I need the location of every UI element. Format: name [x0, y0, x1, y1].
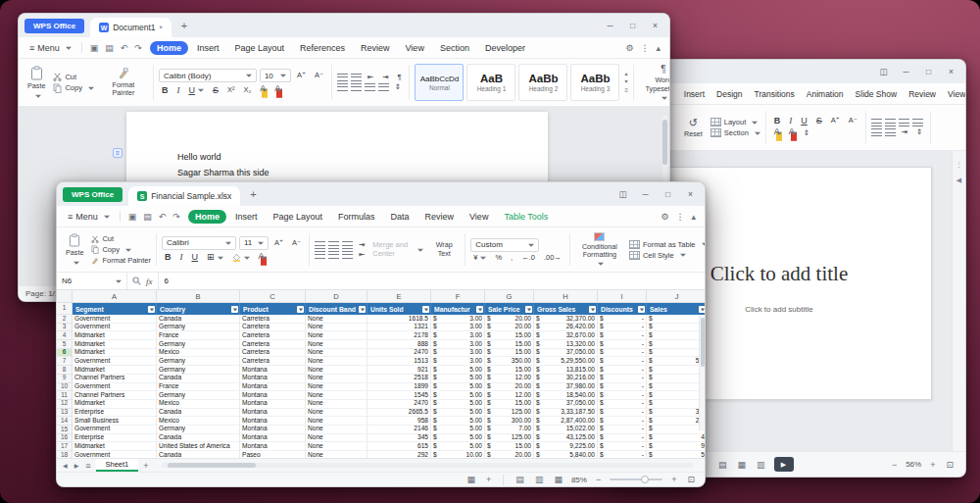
cell-G11[interactable]: $12.00 — [485, 391, 534, 400]
column-header-B[interactable]: B — [157, 290, 240, 302]
document-line[interactable]: Hello world — [177, 149, 548, 165]
cell-D4[interactable]: None — [306, 331, 368, 340]
cell-G15[interactable]: $7.00 — [485, 426, 534, 434]
font-size-select[interactable]: 11 — [239, 236, 269, 250]
cell-D7[interactable]: None — [306, 357, 368, 366]
filter-icon[interactable] — [359, 306, 366, 313]
collapse-ribbon-icon[interactable]: ▴ — [689, 212, 698, 222]
cell-C8[interactable]: Montana — [240, 366, 306, 375]
cell-E6[interactable]: 2470 — [368, 349, 431, 358]
document-line[interactable]: Sagar Sharma this side — [177, 165, 548, 180]
filter-icon[interactable] — [699, 306, 705, 313]
ribbon-tab-transitions[interactable]: Transitions — [750, 87, 800, 101]
row-header-16[interactable]: 16 — [57, 434, 73, 443]
align-middle-icon[interactable] — [328, 241, 339, 249]
decrease-indent-icon[interactable]: ⇤ — [365, 74, 376, 81]
cell-D16[interactable]: None — [306, 434, 368, 443]
style-heading-3[interactable]: AaBbHeading 3 — [570, 64, 619, 101]
ribbon-tab-section[interactable]: Section — [433, 41, 476, 55]
cell-B16[interactable]: Canada — [157, 434, 240, 443]
cell-H4[interactable]: $32,670.00 — [534, 331, 598, 340]
restore-icon[interactable]: ◫ — [875, 64, 892, 79]
cell-E12[interactable]: 2470 — [368, 400, 431, 409]
cell-I9[interactable]: $- — [598, 375, 647, 383]
cell-C13[interactable]: Montana — [240, 409, 306, 418]
cell-A8[interactable]: Midmarket — [73, 366, 157, 375]
ribbon-tab-page-layout[interactable]: Page Layout — [227, 41, 291, 55]
table-header-country[interactable]: Country — [157, 303, 240, 315]
row-header-4[interactable]: 4 — [57, 331, 73, 340]
reset-button[interactable]: ↺ Reset — [681, 108, 706, 147]
search-icon[interactable] — [132, 277, 141, 285]
cell-H12[interactable]: $37,050.00 — [534, 400, 598, 409]
select-all-corner[interactable] — [57, 290, 73, 302]
currency-format-icon[interactable]: ¥ — [470, 254, 489, 262]
ribbon-tab-view[interactable]: View — [463, 210, 495, 224]
filter-icon[interactable] — [589, 306, 596, 313]
table-header-sale-price[interactable]: Sale Price — [485, 303, 534, 315]
cell-I17[interactable]: $- — [598, 442, 647, 451]
cell-J12[interactable]: $3 — [647, 400, 705, 409]
workbook-tab[interactable]: S Financial Sample.xlsx — [128, 186, 240, 206]
cell-H9[interactable]: $30,216.00 — [534, 375, 598, 383]
cell-F9[interactable]: $5.00 — [431, 375, 485, 383]
cell-F3[interactable]: $3.00 — [431, 324, 485, 332]
ribbon-tab-review[interactable]: Review — [418, 210, 462, 224]
shrink-font-icon[interactable]: A⁻ — [846, 117, 860, 125]
cell-C7[interactable]: Carretera — [240, 357, 306, 366]
cell-E8[interactable]: 921 — [368, 366, 431, 375]
merge-center-button[interactable]: Merge and Center — [372, 241, 423, 258]
minimize-icon[interactable]: ─ — [898, 64, 914, 79]
cell-B3[interactable]: Germany — [157, 324, 240, 332]
horizontal-scrollbar[interactable] — [162, 463, 693, 468]
cell-I5[interactable]: $- — [598, 340, 647, 349]
cell-G2[interactable]: $20.00 — [485, 315, 534, 324]
new-tab-button[interactable]: + — [177, 20, 191, 31]
ribbon-tab-animation[interactable]: Animation — [802, 87, 849, 101]
column-header-H[interactable]: H — [534, 290, 598, 302]
align-left-icon[interactable] — [337, 83, 348, 91]
cell-J7[interactable]: $5,2 — [647, 357, 705, 366]
column-header-D[interactable]: D — [306, 290, 368, 302]
cell-F12[interactable]: $5.00 — [431, 400, 485, 409]
ribbon-tab-insert[interactable]: Insert — [679, 87, 710, 101]
cell-G3[interactable]: $20.00 — [485, 324, 534, 332]
cell-A10[interactable]: Government — [73, 383, 157, 392]
cell-C16[interactable]: Montana — [240, 434, 306, 443]
print-icon[interactable]: ▤ — [141, 212, 154, 222]
copy-button[interactable]: Copy — [91, 245, 151, 254]
italic-icon[interactable]: I — [173, 86, 182, 95]
ribbon-tab-view[interactable]: View — [399, 41, 431, 55]
zoom-out-icon[interactable]: − — [594, 475, 603, 484]
style-heading-1[interactable]: AaBHeading 1 — [466, 64, 515, 101]
cell-B15[interactable]: Germany — [157, 426, 240, 434]
zoom-slider[interactable] — [610, 478, 662, 480]
align-center-icon[interactable] — [351, 83, 362, 91]
cut-button[interactable]: Cut — [91, 234, 151, 243]
gear-icon[interactable]: ⚙ — [623, 43, 635, 53]
slideshow-play-button[interactable]: ▶ — [774, 457, 794, 472]
align-left-icon[interactable] — [315, 251, 325, 259]
cell-G10[interactable]: $20.00 — [485, 383, 534, 392]
cell-C17[interactable]: Montana — [240, 442, 306, 451]
line-spacing-icon[interactable]: ⇕ — [392, 83, 404, 91]
bold-icon[interactable]: B — [771, 117, 784, 126]
cell-E4[interactable]: 2178 — [368, 331, 431, 340]
cell-C6[interactable]: Carretera — [240, 349, 306, 358]
cell-E5[interactable]: 888 — [368, 340, 431, 349]
font-color-icon[interactable]: A — [271, 84, 283, 96]
cell-C9[interactable]: Montana — [240, 375, 306, 383]
ribbon-tab-design[interactable]: Design — [711, 87, 747, 101]
normal-view-icon[interactable]: ▤ — [716, 460, 729, 470]
subscript-icon[interactable]: X₂ — [240, 86, 254, 94]
indent-icon[interactable]: ⇥ — [899, 128, 910, 136]
cell-A4[interactable]: Midmarket — [73, 331, 157, 340]
ribbon-tab-review[interactable]: Review — [904, 87, 941, 101]
maximize-icon[interactable]: □ — [660, 186, 676, 202]
align-right-icon[interactable] — [899, 119, 909, 126]
next-sheet-icon[interactable]: ▶ — [73, 462, 81, 469]
filter-icon[interactable] — [231, 306, 238, 313]
cell-I12[interactable]: $- — [598, 400, 647, 409]
column-header-G[interactable]: G — [485, 290, 534, 302]
cell-F17[interactable]: $5.00 — [431, 442, 485, 451]
